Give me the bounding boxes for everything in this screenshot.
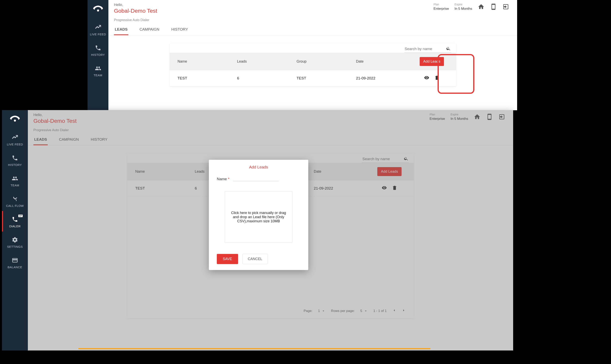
expire-value: In 5 Months bbox=[454, 7, 472, 11]
user-name: Gobal-Demo Test bbox=[114, 8, 157, 14]
leads-panel: Name Leads Group Date Add Leads TEST 6 T… bbox=[170, 43, 456, 86]
nav-call-flow[interactable]: CALL FLOW bbox=[2, 191, 28, 211]
nav-label: LIVE FEED bbox=[90, 33, 106, 36]
th-leads: Leads bbox=[237, 59, 297, 64]
dropzone-text: Click here to pick manually or drag and … bbox=[229, 211, 288, 223]
decorative-shadow bbox=[515, 234, 605, 354]
main: Hello, Gobal-Demo Test PlanEnterprise Ex… bbox=[28, 110, 513, 351]
nav-label: TEAM bbox=[11, 183, 19, 187]
nav-team[interactable]: TEAM bbox=[87, 60, 109, 80]
nav-label: SETTINGS bbox=[7, 245, 23, 248]
nav-live-feed[interactable]: LIVE FEED bbox=[2, 129, 28, 150]
table-row: TEST 6 TEST 21-09-2022 bbox=[170, 70, 456, 86]
th-date: Date bbox=[356, 59, 416, 64]
sidebar: LIVE FEED HISTORY TEAM bbox=[87, 0, 109, 110]
sidebar: LIVE FEED HISTORY TEAM CALL FLOW SIP DIA… bbox=[2, 110, 28, 351]
name-input[interactable] bbox=[233, 175, 279, 181]
nav-label: LIVE FEED bbox=[7, 143, 23, 146]
breadcrumb: Progressive Auto Dialer bbox=[109, 14, 517, 22]
phone-icon[interactable] bbox=[490, 3, 497, 10]
search-input[interactable] bbox=[405, 47, 445, 51]
greeting: Hello, Gobal-Demo Test bbox=[114, 3, 157, 14]
topbar: Hello, Gobal-Demo Test PlanEnterprise Ex… bbox=[109, 0, 517, 14]
plan-label: Plan bbox=[434, 3, 449, 6]
app-logo bbox=[87, 0, 109, 19]
tab-leads[interactable]: LEADS bbox=[114, 25, 128, 35]
nav-label: HISTORY bbox=[8, 163, 22, 167]
name-label: Name * bbox=[217, 177, 229, 181]
modal-title: Add Leads bbox=[217, 165, 300, 169]
plan-expire: PlanEnterprise ExpireIn 5 Months bbox=[434, 3, 472, 11]
cell-group: TEST bbox=[297, 76, 356, 80]
cell-leads: 6 bbox=[237, 76, 297, 80]
cell-name: TEST bbox=[178, 76, 237, 80]
tab-history[interactable]: HISTORY bbox=[170, 25, 189, 35]
add-leads-modal: Add Leads Name * Click here to pick manu… bbox=[209, 160, 308, 270]
cell-date: 21-09-2022 bbox=[356, 76, 416, 80]
tabs: LEADS CAMPAIGN HISTORY bbox=[109, 22, 517, 35]
th-group: Group bbox=[297, 59, 356, 64]
table-header: Name Leads Group Date Add Leads bbox=[170, 53, 456, 70]
search-box[interactable] bbox=[404, 45, 451, 53]
nav-history[interactable]: HISTORY bbox=[87, 39, 109, 60]
delete-icon[interactable] bbox=[434, 75, 440, 81]
th-name: Name bbox=[178, 59, 237, 64]
cancel-button[interactable]: CANCEL bbox=[243, 254, 268, 264]
nav-label: HISTORY bbox=[91, 53, 105, 56]
decorative-strip bbox=[78, 348, 430, 349]
expire-label: Expire bbox=[454, 3, 472, 6]
logout-icon[interactable] bbox=[502, 3, 509, 10]
app-logo bbox=[2, 110, 28, 129]
home-icon[interactable] bbox=[478, 3, 485, 10]
sip-badge: SIP bbox=[18, 215, 23, 217]
svg-point-1 bbox=[14, 120, 16, 122]
nav-settings[interactable]: SETTINGS bbox=[2, 232, 28, 252]
nav-history[interactable]: HISTORY bbox=[2, 150, 28, 170]
nav-live-feed[interactable]: LIVE FEED bbox=[87, 19, 109, 39]
main: Hello, Gobal-Demo Test PlanEnterprise Ex… bbox=[109, 0, 517, 110]
save-button[interactable]: SAVE bbox=[217, 254, 238, 264]
nav-balance[interactable]: BALANCE bbox=[2, 252, 28, 273]
nav-label: CALL FLOW bbox=[6, 204, 24, 208]
plan-value: Enterprise bbox=[434, 7, 449, 11]
hello-text: Hello, bbox=[114, 3, 157, 7]
search-icon[interactable] bbox=[446, 46, 451, 52]
nav-label: DIALER bbox=[9, 224, 20, 228]
nav-team[interactable]: TEAM bbox=[2, 170, 28, 191]
svg-point-0 bbox=[97, 10, 99, 12]
view-icon[interactable] bbox=[424, 75, 429, 81]
nav-label: BALANCE bbox=[8, 265, 22, 269]
nav-dialer[interactable]: SIP DIALER bbox=[2, 211, 28, 232]
nav-label: TEAM bbox=[94, 74, 102, 77]
tab-campaign[interactable]: CAMPAIGN bbox=[139, 25, 160, 35]
file-dropzone[interactable]: Click here to pick manually or drag and … bbox=[225, 191, 292, 243]
add-leads-button[interactable]: Add Leads bbox=[420, 57, 444, 66]
